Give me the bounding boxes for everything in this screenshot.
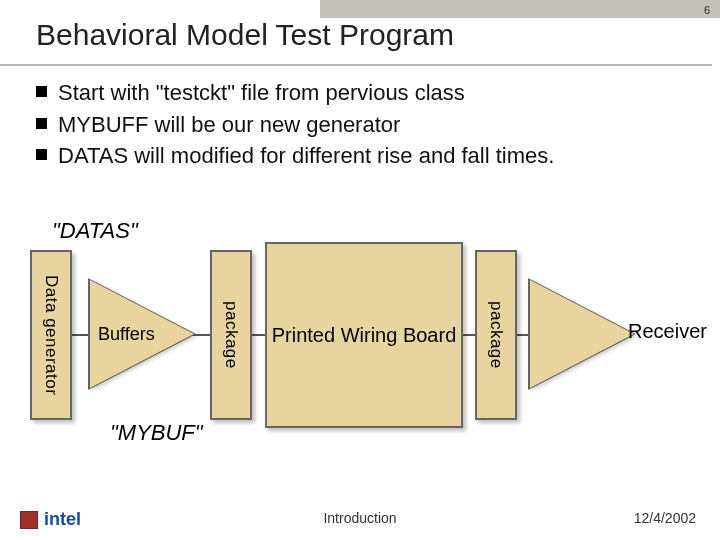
slide-top-bar — [320, 0, 720, 18]
footer-title: Introduction — [0, 510, 720, 526]
block-diagram: Data generator Buffers package Printed W… — [30, 250, 700, 420]
bullet-list: Start with "testckt" file from pervious … — [36, 78, 684, 173]
package-label: package — [486, 301, 506, 369]
data-generator-label: Data generator — [41, 275, 61, 395]
triangle-icon — [530, 280, 634, 388]
receiver-label: Receiver — [628, 320, 707, 343]
bullet-item: DATAS will modified for different rise a… — [36, 141, 684, 171]
buffers-block: Buffers — [90, 280, 198, 388]
receiver-block — [530, 280, 638, 388]
title-rule — [0, 64, 712, 66]
datas-annotation: "DATAS" — [52, 218, 138, 244]
bullet-item: MYBUFF will be our new generator — [36, 110, 684, 140]
mybuf-annotation: "MYBUF" — [110, 420, 203, 446]
page-number: 6 — [704, 4, 710, 16]
slide-title: Behavioral Model Test Program — [36, 18, 454, 52]
pwb-box: Printed Wiring Board — [265, 242, 463, 428]
buffers-label: Buffers — [98, 324, 155, 345]
package-box-right: package — [475, 250, 517, 420]
data-generator-box: Data generator — [30, 250, 72, 420]
package-box-left: package — [210, 250, 252, 420]
bullet-item: Start with "testckt" file from pervious … — [36, 78, 684, 108]
footer-date: 12/4/2002 — [634, 510, 696, 526]
package-label: package — [221, 301, 241, 369]
pwb-label: Printed Wiring Board — [272, 324, 457, 347]
